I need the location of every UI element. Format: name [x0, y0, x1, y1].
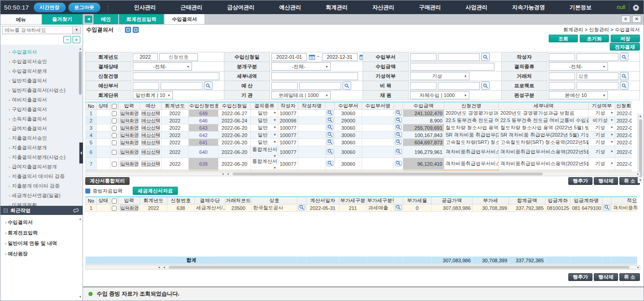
input-screen-button[interactable]: 입력화면: [120, 161, 138, 167]
scroll-down-icon[interactable]: ▼: [638, 178, 643, 183]
refresh-icon[interactable]: [125, 27, 131, 33]
budget-select-button[interactable]: 예산선택: [141, 149, 160, 155]
sidebar-item[interactable]: ›급여지출결의서분개: [0, 162, 83, 172]
search-icon[interactable]: [327, 110, 333, 116]
menu-search-input[interactable]: [2, 26, 73, 34]
input-screen-button[interactable]: 입력화면: [120, 110, 138, 116]
search-icon[interactable]: [395, 125, 402, 130]
chevron-down-icon[interactable]: ▼: [273, 118, 276, 122]
budget-select-button[interactable]: 예산선택: [141, 139, 160, 145]
row-delete-button[interactable]: 행삭제: [594, 273, 618, 281]
chevron-down-icon[interactable]: ▼: [273, 111, 276, 114]
search-icon[interactable]: [620, 72, 628, 80]
select-all-checkbox[interactable]: [112, 104, 117, 109]
chevron-down-icon[interactable]: ▼: [610, 162, 613, 165]
row-checkbox[interactable]: [112, 133, 117, 138]
search-icon[interactable]: [395, 205, 402, 210]
search-icon[interactable]: [481, 53, 490, 61]
resolution-type-select[interactable]: -전체-▼: [549, 62, 608, 71]
calendar-icon[interactable]: [359, 53, 363, 61]
budget-class-select[interactable]: 본예산 10▼: [549, 91, 608, 99]
extend-time-button[interactable]: 시간연장: [34, 3, 66, 12]
scroll-right-icon[interactable]: ▸: [637, 172, 639, 176]
search-icon[interactable]: [481, 82, 490, 90]
income-grid-row[interactable]: 2입력화면예산선택20226462022-06-24일반▼20009829000…: [86, 117, 632, 124]
row-delete-button[interactable]: 행삭제: [594, 177, 618, 185]
search-icon[interactable]: [395, 161, 402, 166]
search-icon[interactable]: [395, 110, 402, 116]
sidebar-scrollbar[interactable]: ▲: [78, 46, 82, 204]
chevron-down-icon[interactable]: ▼: [610, 111, 613, 114]
evidence-grid-row[interactable]: 1입력화면2022638세금계산서/...23500한국철도공사2022-05-…: [86, 204, 638, 212]
tab-main[interactable]: 메인: [93, 14, 118, 24]
sidebar-item[interactable]: ›수입결의서승인: [0, 57, 83, 66]
chevron-down-icon[interactable]: ▼: [73, 26, 81, 34]
budget-code-input[interactable]: [271, 82, 298, 90]
recent-item[interactable]: ›예산원장: [0, 249, 83, 259]
income-grid-row[interactable]: 6입력화면예산선택20226402022-06-20통합계산서▼10007730…: [86, 146, 632, 158]
scroll-up-icon[interactable]: ▲: [78, 46, 82, 51]
sidebar-collapse-handle[interactable]: [79, 143, 83, 163]
row-checkbox[interactable]: [112, 162, 117, 167]
invoice-merge-button[interactable]: 계산서통합처리: [85, 177, 130, 185]
budget-select-button[interactable]: 예산선택: [141, 161, 160, 167]
select-all-checkbox[interactable]: [112, 199, 117, 204]
sidebar-item[interactable]: ›수입결의서분개: [0, 66, 83, 76]
recent-scrollbar[interactable]: ▲ ▼: [78, 217, 82, 299]
chevron-down-icon[interactable]: ▼: [610, 140, 613, 143]
nav-menu-회계관리[interactable]: 회계관리: [326, 4, 348, 11]
income-date-to-input[interactable]: [322, 53, 358, 61]
new-window-icon[interactable]: [133, 27, 139, 33]
row-add-button[interactable]: 행추가: [568, 273, 592, 281]
request-no-input[interactable]: [159, 53, 198, 61]
input-screen-button[interactable]: 입력화면: [120, 205, 138, 211]
sidebar-item[interactable]: ›일반지출결의서(사업소): [0, 86, 83, 95]
eraser-icon[interactable]: [73, 208, 79, 213]
sidebar-item[interactable]: ›소득지출결의서: [0, 114, 83, 124]
income-grid-row[interactable]: 4입력화면예산선택20226422022-06-20일반▼10007730060…: [86, 132, 632, 139]
row-checkbox[interactable]: [112, 126, 117, 131]
scrollbar-thumb[interactable]: [233, 173, 543, 175]
tab-income-resolution[interactable]: 수입결의서: [165, 14, 204, 24]
recent-item[interactable]: ›일반이체 연동 및 내역: [0, 238, 83, 249]
input-screen-button[interactable]: 입력화면: [120, 149, 138, 155]
scroll-up-icon[interactable]: ▲: [78, 217, 82, 221]
search-icon[interactable]: [620, 82, 628, 90]
search-icon[interactable]: [395, 149, 402, 154]
save-button[interactable]: 저장: [611, 35, 640, 42]
income-dept-code-input[interactable]: [410, 53, 436, 61]
income-date-from-input[interactable]: [271, 53, 307, 61]
account-unit-select[interactable]: 일반회계 | 10▼: [133, 91, 173, 99]
collapse-all-button[interactable]: −: [63, 36, 71, 43]
grid-horizontal-scrollbar[interactable]: ▸ ◂ ▸: [85, 172, 640, 176]
sidebar-item[interactable]: ›급여지출결의서: [0, 124, 83, 133]
completion-select[interactable]: 기성▼: [410, 72, 469, 80]
sidebar-item[interactable]: ›지출분개 데이터 검증: [0, 181, 83, 191]
cancel-button[interactable]: 취 소: [619, 177, 640, 185]
sidebar-tab-favorites[interactable]: 즐겨찾기: [42, 14, 83, 25]
search-icon[interactable]: [327, 117, 333, 123]
nav-menu-자산관리[interactable]: 자산관리: [372, 4, 394, 11]
chevron-down-icon[interactable]: ▼: [610, 118, 613, 122]
chevron-down-icon[interactable]: ▼: [273, 166, 276, 169]
reset-button[interactable]: 초기화: [580, 35, 609, 42]
recent-item[interactable]: ›회계전표입력: [0, 228, 83, 238]
scrollbar-thumb[interactable]: [79, 51, 82, 95]
tax-invoice-button[interactable]: 세금계산서자료: [133, 187, 178, 195]
row-checkbox[interactable]: [112, 118, 117, 123]
logout-button[interactable]: 로그아웃: [68, 3, 100, 12]
search-icon[interactable]: [327, 139, 333, 145]
project-code-input[interactable]: [549, 82, 575, 90]
budget-dept-name-input[interactable]: [161, 82, 203, 90]
project-name-input[interactable]: [576, 82, 618, 90]
search-icon[interactable]: [395, 139, 402, 145]
income-dept-name-input[interactable]: [438, 53, 480, 61]
tab-list-icon[interactable]: ≡: [621, 15, 630, 23]
search-icon[interactable]: [343, 82, 351, 90]
sidebar-item[interactable]: ›수입결의서: [0, 47, 83, 57]
row-checkbox[interactable]: [112, 140, 117, 145]
scroll-right-icon[interactable]: ▸: [159, 265, 161, 269]
writer-name-input[interactable]: [576, 53, 618, 61]
sidebar-item[interactable]: ›세금계산서연결(일괄): [0, 191, 83, 200]
input-screen-button[interactable]: 입력화면: [120, 125, 138, 131]
